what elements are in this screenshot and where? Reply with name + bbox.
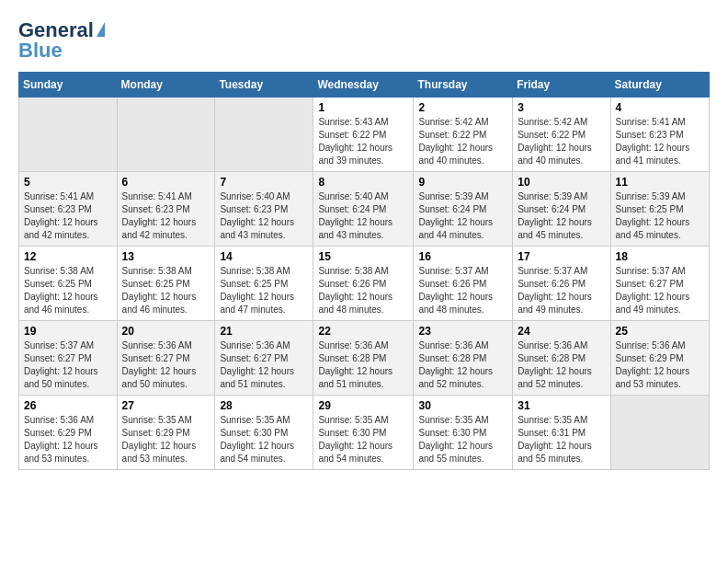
calendar-cell: 5Sunrise: 5:41 AM Sunset: 6:23 PM Daylig…: [19, 172, 118, 247]
day-info: Sunrise: 5:38 AM Sunset: 6:25 PM Dayligh…: [24, 265, 112, 316]
day-number: 24: [518, 325, 605, 338]
day-number: 8: [318, 176, 408, 189]
calendar-week-row: 12Sunrise: 5:38 AM Sunset: 6:25 PM Dayli…: [19, 247, 710, 321]
day-number: 17: [518, 250, 605, 263]
column-header-friday: Friday: [513, 73, 610, 98]
day-number: 19: [24, 325, 112, 338]
calendar-header-row: SundayMondayTuesdayWednesdayThursdayFrid…: [19, 73, 710, 98]
calendar-cell: 30Sunrise: 5:35 AM Sunset: 6:30 PM Dayli…: [414, 396, 513, 470]
day-number: 31: [518, 399, 605, 412]
day-info: Sunrise: 5:36 AM Sunset: 6:28 PM Dayligh…: [318, 339, 408, 391]
day-number: 2: [418, 101, 507, 114]
day-info: Sunrise: 5:42 AM Sunset: 6:22 PM Dayligh…: [418, 116, 507, 167]
column-header-sunday: Sunday: [19, 73, 118, 98]
calendar-cell: 17Sunrise: 5:37 AM Sunset: 6:26 PM Dayli…: [513, 247, 610, 321]
calendar-cell: 10Sunrise: 5:39 AM Sunset: 6:24 PM Dayli…: [513, 172, 610, 247]
day-number: 4: [616, 101, 704, 114]
day-info: Sunrise: 5:35 AM Sunset: 6:30 PM Dayligh…: [318, 414, 408, 465]
day-info: Sunrise: 5:39 AM Sunset: 6:24 PM Dayligh…: [518, 190, 605, 242]
day-info: Sunrise: 5:35 AM Sunset: 6:29 PM Dayligh…: [122, 414, 210, 465]
day-number: 25: [616, 325, 704, 338]
day-info: Sunrise: 5:39 AM Sunset: 6:25 PM Dayligh…: [616, 190, 704, 242]
day-number: 5: [24, 176, 112, 189]
day-info: Sunrise: 5:38 AM Sunset: 6:26 PM Dayligh…: [318, 265, 408, 316]
day-info: Sunrise: 5:36 AM Sunset: 6:28 PM Dayligh…: [418, 339, 507, 391]
day-info: Sunrise: 5:36 AM Sunset: 6:27 PM Dayligh…: [220, 339, 308, 391]
calendar-cell: 14Sunrise: 5:38 AM Sunset: 6:25 PM Dayli…: [215, 247, 313, 321]
calendar-cell: 20Sunrise: 5:36 AM Sunset: 6:27 PM Dayli…: [117, 321, 215, 396]
day-number: 13: [122, 250, 210, 263]
day-info: Sunrise: 5:36 AM Sunset: 6:29 PM Dayligh…: [616, 339, 704, 391]
day-number: 7: [220, 176, 308, 189]
day-info: Sunrise: 5:40 AM Sunset: 6:23 PM Dayligh…: [220, 190, 308, 242]
calendar-cell: 15Sunrise: 5:38 AM Sunset: 6:26 PM Dayli…: [313, 247, 414, 321]
logo-triangle-icon: [97, 22, 105, 37]
calendar-cell: 21Sunrise: 5:36 AM Sunset: 6:27 PM Dayli…: [215, 321, 313, 396]
day-info: Sunrise: 5:37 AM Sunset: 6:27 PM Dayligh…: [24, 339, 112, 391]
column-header-monday: Monday: [117, 73, 215, 98]
calendar-cell: 23Sunrise: 5:36 AM Sunset: 6:28 PM Dayli…: [414, 321, 513, 396]
calendar-cell: 25Sunrise: 5:36 AM Sunset: 6:29 PM Dayli…: [610, 321, 709, 396]
calendar-cell: [215, 98, 313, 172]
calendar-cell: 26Sunrise: 5:36 AM Sunset: 6:29 PM Dayli…: [19, 396, 118, 470]
day-info: Sunrise: 5:42 AM Sunset: 6:22 PM Dayligh…: [518, 116, 605, 167]
calendar-cell: 13Sunrise: 5:38 AM Sunset: 6:25 PM Dayli…: [117, 247, 215, 321]
calendar-cell: 6Sunrise: 5:41 AM Sunset: 6:23 PM Daylig…: [117, 172, 215, 247]
day-number: 12: [24, 250, 112, 263]
day-number: 6: [122, 176, 210, 189]
calendar-cell: 1Sunrise: 5:43 AM Sunset: 6:22 PM Daylig…: [313, 98, 414, 172]
calendar-cell: 11Sunrise: 5:39 AM Sunset: 6:25 PM Dayli…: [610, 172, 709, 247]
day-info: Sunrise: 5:36 AM Sunset: 6:27 PM Dayligh…: [122, 339, 210, 391]
day-number: 27: [122, 399, 210, 412]
day-number: 30: [418, 399, 507, 412]
page-header: General Blue: [18, 18, 710, 63]
column-header-thursday: Thursday: [414, 73, 513, 98]
day-number: 10: [518, 176, 605, 189]
calendar-cell: 27Sunrise: 5:35 AM Sunset: 6:29 PM Dayli…: [117, 396, 215, 470]
column-header-tuesday: Tuesday: [215, 73, 313, 98]
calendar-cell: 4Sunrise: 5:41 AM Sunset: 6:23 PM Daylig…: [610, 98, 709, 172]
logo-blue: Blue: [18, 39, 63, 63]
calendar-cell: 22Sunrise: 5:36 AM Sunset: 6:28 PM Dayli…: [313, 321, 414, 396]
calendar-cell: 12Sunrise: 5:38 AM Sunset: 6:25 PM Dayli…: [19, 247, 118, 321]
day-info: Sunrise: 5:38 AM Sunset: 6:25 PM Dayligh…: [220, 265, 308, 316]
day-number: 14: [220, 250, 308, 263]
calendar-cell: 7Sunrise: 5:40 AM Sunset: 6:23 PM Daylig…: [215, 172, 313, 247]
calendar-cell: 24Sunrise: 5:36 AM Sunset: 6:28 PM Dayli…: [513, 321, 610, 396]
calendar-cell: 9Sunrise: 5:39 AM Sunset: 6:24 PM Daylig…: [414, 172, 513, 247]
day-info: Sunrise: 5:35 AM Sunset: 6:30 PM Dayligh…: [418, 414, 507, 465]
day-info: Sunrise: 5:40 AM Sunset: 6:24 PM Dayligh…: [318, 190, 408, 242]
day-number: 18: [616, 250, 704, 263]
calendar-cell: 3Sunrise: 5:42 AM Sunset: 6:22 PM Daylig…: [513, 98, 610, 172]
day-info: Sunrise: 5:37 AM Sunset: 6:26 PM Dayligh…: [418, 265, 507, 316]
calendar-table: SundayMondayTuesdayWednesdayThursdayFrid…: [18, 72, 710, 470]
day-info: Sunrise: 5:35 AM Sunset: 6:31 PM Dayligh…: [518, 414, 605, 465]
day-info: Sunrise: 5:37 AM Sunset: 6:27 PM Dayligh…: [616, 265, 704, 316]
calendar-week-row: 1Sunrise: 5:43 AM Sunset: 6:22 PM Daylig…: [19, 98, 710, 172]
day-number: 20: [122, 325, 210, 338]
calendar-cell: [117, 98, 215, 172]
calendar-cell: 19Sunrise: 5:37 AM Sunset: 6:27 PM Dayli…: [19, 321, 118, 396]
day-info: Sunrise: 5:36 AM Sunset: 6:28 PM Dayligh…: [518, 339, 605, 391]
calendar-week-row: 19Sunrise: 5:37 AM Sunset: 6:27 PM Dayli…: [19, 321, 710, 396]
day-info: Sunrise: 5:41 AM Sunset: 6:23 PM Dayligh…: [122, 190, 210, 242]
calendar-cell: 8Sunrise: 5:40 AM Sunset: 6:24 PM Daylig…: [313, 172, 414, 247]
column-header-wednesday: Wednesday: [313, 73, 414, 98]
calendar-week-row: 26Sunrise: 5:36 AM Sunset: 6:29 PM Dayli…: [19, 396, 710, 470]
day-info: Sunrise: 5:36 AM Sunset: 6:29 PM Dayligh…: [24, 414, 112, 465]
day-number: 28: [220, 399, 308, 412]
calendar-cell: 28Sunrise: 5:35 AM Sunset: 6:30 PM Dayli…: [215, 396, 313, 470]
day-number: 15: [318, 250, 408, 263]
calendar-cell: 18Sunrise: 5:37 AM Sunset: 6:27 PM Dayli…: [610, 247, 709, 321]
calendar-week-row: 5Sunrise: 5:41 AM Sunset: 6:23 PM Daylig…: [19, 172, 710, 247]
day-number: 22: [318, 325, 408, 338]
calendar-cell: [610, 396, 709, 470]
calendar-cell: 31Sunrise: 5:35 AM Sunset: 6:31 PM Dayli…: [513, 396, 610, 470]
day-number: 29: [318, 399, 408, 412]
day-number: 26: [24, 399, 112, 412]
day-number: 9: [418, 176, 507, 189]
day-info: Sunrise: 5:43 AM Sunset: 6:22 PM Dayligh…: [318, 116, 408, 167]
calendar-cell: 16Sunrise: 5:37 AM Sunset: 6:26 PM Dayli…: [414, 247, 513, 321]
day-info: Sunrise: 5:37 AM Sunset: 6:26 PM Dayligh…: [518, 265, 605, 316]
calendar-cell: 2Sunrise: 5:42 AM Sunset: 6:22 PM Daylig…: [414, 98, 513, 172]
